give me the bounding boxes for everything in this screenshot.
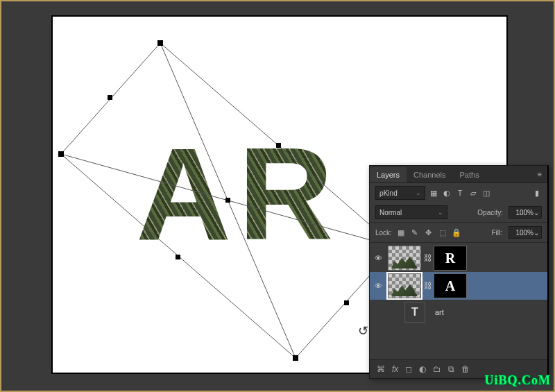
lock-transparency-icon[interactable]: ▦ — [396, 228, 406, 237]
lock-row: Lock: ▦ ✎ ✥ ⬚ 🔒 Fill: 100% ⌄ — [370, 222, 547, 243]
layer-mask-thumbnail[interactable]: A — [434, 273, 467, 298]
layer-thumbnail[interactable] — [388, 246, 421, 271]
layer-row[interactable]: 👁 ⛓ R — [370, 244, 547, 272]
lock-label: Lock: — [375, 229, 392, 237]
svg-rect-9 — [293, 355, 298, 361]
layer-name[interactable]: art — [435, 308, 444, 316]
opacity-value[interactable]: 100% ⌄ — [509, 206, 542, 219]
layer-thumbnail[interactable] — [388, 273, 421, 298]
filter-shape-icon[interactable]: ▱ — [468, 188, 478, 198]
link-layers-icon[interactable]: ⌘ — [377, 364, 385, 374]
layer-mask-thumbnail[interactable]: R — [434, 246, 467, 271]
svg-rect-12 — [344, 300, 349, 305]
tab-channels[interactable]: Channels — [407, 167, 452, 182]
rotate-cursor-icon: ↺ — [358, 323, 368, 339]
opacity-label: Opacity: — [477, 209, 503, 216]
blend-mode-select[interactable]: Normal⌄ — [375, 205, 447, 219]
visibility-toggle[interactable]: 👁 — [370, 254, 386, 262]
filter-adjust-icon[interactable]: ◐ — [442, 188, 452, 198]
filter-pixel-icon[interactable]: ▦ — [429, 188, 438, 198]
layer-row[interactable]: 👁 ⛓ A — [370, 272, 547, 300]
layers-panel[interactable]: Layers Channels Paths ≡ ρ Kind⌄ ▦ ◐ T ▱ … — [369, 165, 549, 379]
mask-link-icon[interactable]: ⛓ — [422, 253, 434, 263]
filter-type-icon[interactable]: T — [455, 188, 465, 198]
layer-row[interactable]: T art — [370, 300, 547, 325]
panel-menu-icon[interactable]: ≡ — [532, 166, 547, 182]
artwork-text: AR — [136, 128, 340, 259]
adjustment-layer-icon[interactable]: ◐ — [419, 364, 426, 374]
mask-link-icon[interactable]: ⛓ — [422, 281, 434, 291]
layer-filter-type[interactable]: ρ Kind⌄ — [375, 186, 425, 200]
new-layer-icon[interactable]: ⧉ — [448, 364, 454, 374]
lock-position-icon[interactable]: ✥ — [424, 228, 434, 237]
layer-style-icon[interactable]: fx — [392, 364, 398, 374]
delete-layer-icon[interactable]: 🗑 — [461, 364, 470, 374]
filter-smart-icon[interactable]: ◫ — [481, 188, 491, 198]
panel-tabs: Layers Channels Paths ≡ — [370, 166, 547, 183]
lock-artboard-icon[interactable]: ⬚ — [438, 228, 447, 237]
visibility-toggle[interactable]: 👁 — [370, 282, 386, 290]
type-layer-icon: T — [404, 302, 425, 323]
filter-row: ρ Kind⌄ ▦ ◐ T ▱ ◫ ▮ — [370, 183, 547, 203]
tab-layers[interactable]: Layers — [370, 167, 407, 182]
lock-image-icon[interactable]: ✎ — [410, 228, 420, 237]
svg-rect-7 — [157, 40, 163, 46]
svg-rect-10 — [108, 95, 112, 100]
lock-all-icon[interactable]: 🔒 — [452, 228, 461, 237]
fill-label: Fill: — [491, 229, 502, 237]
tab-paths[interactable]: Paths — [453, 167, 486, 182]
watermark: UiBQ.CoM — [485, 373, 552, 388]
fill-value[interactable]: 100% ⌄ — [509, 226, 542, 239]
group-icon[interactable]: 🗀 — [433, 364, 441, 374]
filter-toggle-icon[interactable]: ▮ — [532, 188, 542, 198]
layers-list: 👁 ⛓ R 👁 ⛓ A T art — [370, 243, 547, 326]
svg-rect-6 — [58, 151, 64, 157]
add-mask-icon[interactable]: ◻ — [405, 364, 412, 374]
blend-row: Normal⌄ Opacity: 100% ⌄ — [370, 203, 547, 222]
